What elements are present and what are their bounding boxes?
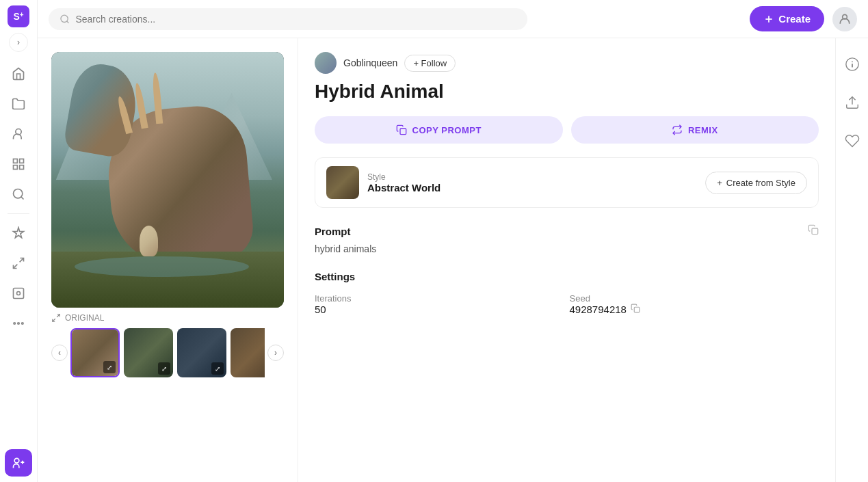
creator-avatar <box>315 52 337 74</box>
create-from-style-label: Create from Style <box>726 178 795 188</box>
style-thumbnail <box>326 166 359 199</box>
sidebar-item-magic[interactable] <box>5 219 32 247</box>
svg-line-22 <box>57 314 60 317</box>
sidebar-item-home[interactable] <box>5 60 32 88</box>
svg-point-11 <box>14 323 16 325</box>
thumbnails-list: ⤢ ⤢ ⤢ ⤢ <box>70 328 265 377</box>
iterations-label: Iterations <box>315 293 564 304</box>
sidebar-toggle[interactable]: › <box>9 33 28 52</box>
creation-title: Hybrid Animal <box>315 81 819 103</box>
dino-scene-bg <box>51 52 284 308</box>
sidebar-item-crop[interactable] <box>5 280 32 307</box>
sidebar-item-expand[interactable] <box>5 250 32 277</box>
thumb-expand-icon-3: ⤢ <box>211 362 224 375</box>
search-input[interactable] <box>75 14 516 25</box>
details-panel: Goblinqueen + Follow Hybrid Animal COPY … <box>298 38 835 482</box>
user-icon <box>838 12 852 26</box>
user-avatar[interactable] <box>832 7 857 31</box>
prev-thumb-button[interactable]: ‹ <box>51 345 68 361</box>
search-bar[interactable] <box>49 8 527 30</box>
sidebar-item-folder[interactable] <box>5 90 32 118</box>
svg-rect-24 <box>400 129 406 135</box>
style-card-left: Style Abstract World <box>326 166 440 199</box>
svg-rect-25 <box>812 228 818 235</box>
svg-point-10 <box>17 292 21 295</box>
follow-button[interactable]: + Follow <box>404 55 456 72</box>
original-label: ORIGINAL <box>51 308 284 328</box>
settings-title: Settings <box>315 271 355 282</box>
thumbnail-4[interactable]: ⤢ <box>231 328 265 377</box>
style-card: Style Abstract World + Create from Style <box>315 157 819 208</box>
remix-icon <box>672 124 683 135</box>
seed-label: Seed <box>570 293 819 304</box>
svg-rect-9 <box>14 289 24 299</box>
logo-text: S <box>13 11 19 22</box>
create-from-style-button[interactable]: + Create from Style <box>705 172 807 194</box>
settings-section-title: Settings <box>315 271 819 282</box>
copy-prompt-button[interactable]: COPY PROMPT <box>315 116 563 144</box>
svg-point-5 <box>14 189 23 198</box>
thumbnail-3[interactable]: ⤢ <box>177 328 226 377</box>
content-area: ORIGINAL ‹ ⤢ ⤢ ⤢ <box>38 38 868 482</box>
settings-grid: Iterations 50 Seed 4928794218 <box>315 293 819 315</box>
svg-point-14 <box>14 458 19 463</box>
logo-plus: + <box>20 11 24 18</box>
prompt-title: Prompt <box>315 226 351 237</box>
topbar: Create <box>38 0 868 38</box>
add-community-button[interactable] <box>5 449 32 477</box>
prompt-copy-icon[interactable] <box>808 224 819 238</box>
iterations-item: Iterations 50 <box>315 293 564 315</box>
thumbnail-1[interactable]: ⤢ <box>70 328 120 377</box>
copy-prompt-label: COPY PROMPT <box>412 125 482 135</box>
svg-rect-4 <box>20 165 24 170</box>
svg-line-6 <box>21 197 24 200</box>
svg-rect-3 <box>14 165 18 170</box>
search-icon <box>60 14 70 25</box>
copy-icon <box>396 124 407 135</box>
small-animal <box>140 226 158 256</box>
thumb-image-4 <box>231 328 265 377</box>
expand-sm-icon <box>51 313 61 323</box>
seed-value: 4928794218 <box>570 304 819 315</box>
prompt-section: Prompt <box>315 224 819 238</box>
action-buttons: COPY PROMPT REMIX <box>315 116 819 144</box>
style-label: Style <box>367 172 440 182</box>
original-text: ORIGINAL <box>65 313 104 323</box>
create-from-style-plus: + <box>717 178 722 188</box>
creator-name: Goblinqueen <box>343 57 397 68</box>
creator-row: Goblinqueen + Follow <box>315 52 819 74</box>
info-button[interactable] <box>840 52 865 77</box>
thumb-expand-icon-1: ⤢ <box>103 361 116 373</box>
plus-icon <box>763 14 774 25</box>
like-button[interactable] <box>840 129 865 153</box>
seed-copy-icon[interactable] <box>631 304 640 315</box>
prompt-text: hybrid animals <box>315 243 819 254</box>
water <box>75 256 249 277</box>
next-thumb-button[interactable]: › <box>267 345 284 361</box>
remix-button[interactable]: REMIX <box>571 116 819 144</box>
app-logo[interactable]: S+ <box>8 5 29 27</box>
style-info: Style Abstract World <box>367 172 440 193</box>
sidebar-item-gallery[interactable] <box>5 150 32 178</box>
style-name: Abstract World <box>367 182 440 193</box>
create-label: Create <box>778 13 811 25</box>
main-image <box>51 52 284 308</box>
svg-line-18 <box>67 21 69 23</box>
right-actions <box>835 38 868 482</box>
svg-rect-1 <box>14 159 18 163</box>
sidebar-item-faces[interactable] <box>5 120 32 148</box>
share-button[interactable] <box>840 90 865 115</box>
thumb-expand-icon-2: ⤢ <box>158 362 170 375</box>
seed-item: Seed 4928794218 <box>570 293 819 315</box>
sidebar-item-search[interactable] <box>5 180 32 208</box>
svg-line-7 <box>20 258 24 263</box>
svg-line-8 <box>14 265 18 269</box>
svg-line-23 <box>53 319 55 321</box>
svg-point-12 <box>18 323 20 325</box>
sidebar-item-more[interactable] <box>5 310 32 337</box>
create-button[interactable]: Create <box>750 6 824 31</box>
sidebar-divider <box>8 213 29 214</box>
thumbnail-2[interactable]: ⤢ <box>124 328 173 377</box>
sidebar-bottom <box>5 449 32 477</box>
svg-point-13 <box>22 323 24 325</box>
